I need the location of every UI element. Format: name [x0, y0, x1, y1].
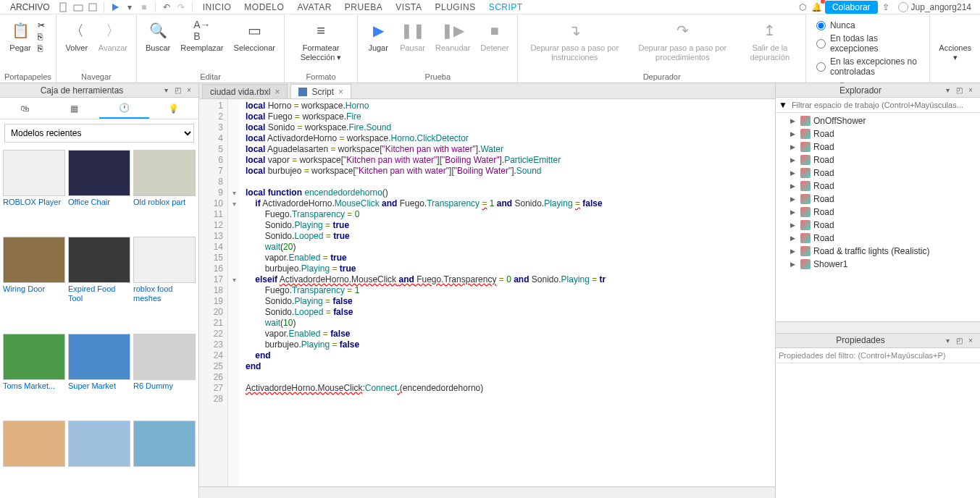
- share-icon[interactable]: ⇪: [879, 1, 892, 14]
- tab-place[interactable]: ciudad vida.rbxl×: [202, 84, 288, 98]
- toolbox-item[interactable]: Super Market: [68, 334, 130, 418]
- notifications-icon[interactable]: 🔔: [811, 1, 824, 14]
- radio-all[interactable]: En todas las excepciones: [816, 33, 919, 54]
- back-button[interactable]: 〈Volver: [61, 17, 93, 54]
- tree-item[interactable]: ▶Road: [776, 127, 980, 140]
- file-menu[interactable]: ARCHIVO: [4, 2, 56, 12]
- play-dropdown-icon[interactable]: ▾: [123, 1, 136, 14]
- menu-avatar[interactable]: AVATAR: [291, 2, 337, 12]
- group-label: Formato: [289, 71, 353, 81]
- tree-item[interactable]: ▶Road: [776, 232, 980, 245]
- save-icon[interactable]: [86, 1, 99, 14]
- find-button[interactable]: 🔍Buscar: [141, 17, 175, 54]
- tab-marketplace[interactable]: 🛍: [0, 98, 50, 119]
- code-area[interactable]: local Horno = workspace.Hornolocal Fuego…: [240, 99, 775, 486]
- undo-icon[interactable]: ↶: [160, 1, 173, 14]
- explorer-tree[interactable]: ▶OnOffShower▶Road▶Road▶Road▶Road▶Road▶Ro…: [776, 113, 980, 321]
- tree-item[interactable]: ▶Road: [776, 193, 980, 206]
- tab-inventory[interactable]: ▦: [50, 98, 100, 119]
- menu-inicio[interactable]: INICIO: [197, 2, 238, 12]
- collaborate-button[interactable]: Colaborar: [825, 1, 878, 14]
- properties-body: [776, 363, 980, 498]
- paste-button[interactable]: 📋 Pegar: [4, 17, 36, 54]
- toolbox-item[interactable]: roblox food meshes: [133, 237, 196, 330]
- close-icon[interactable]: ×: [966, 335, 976, 345]
- horizontal-scrollbar[interactable]: [199, 486, 775, 498]
- cut-icon[interactable]: ✂: [38, 20, 45, 30]
- tree-item[interactable]: ▶Road: [776, 206, 980, 219]
- close-icon[interactable]: ×: [184, 85, 194, 96]
- dropdown-icon[interactable]: ▾: [942, 85, 952, 96]
- radio-never[interactable]: Nunca: [816, 20, 919, 30]
- code-editor[interactable]: 1234567891011121314151617181920212223242…: [199, 99, 775, 486]
- toolbox-item[interactable]: Expired Food Tool: [68, 237, 130, 330]
- resume-button[interactable]: ❚▶Reanudar: [431, 17, 474, 54]
- stepinto-button[interactable]: ↴Depurar paso a paso por instrucciones: [522, 17, 627, 64]
- toolbox-item[interactable]: [133, 421, 196, 495]
- tab-recent[interactable]: 🕐: [99, 98, 149, 119]
- menu-modelo[interactable]: MODELO: [238, 2, 290, 12]
- tree-item[interactable]: ▶Road: [776, 219, 980, 232]
- pause-button[interactable]: ❚❚Pausar: [395, 17, 430, 54]
- tree-item[interactable]: ▶Road: [776, 166, 980, 180]
- filter-icon[interactable]: ▼: [779, 100, 787, 110]
- open-icon[interactable]: [72, 1, 85, 14]
- tree-item[interactable]: ▶Road: [776, 153, 980, 166]
- tab-creations[interactable]: 💡: [149, 98, 199, 119]
- menu-plugins[interactable]: PLUGINS: [429, 2, 481, 12]
- toolbox-item[interactable]: [68, 421, 130, 495]
- ribbon-group-clipboard: 📋 Pegar ✂ ⎘ ⎘ Portapapeles: [0, 14, 56, 83]
- tree-item[interactable]: ▶Road: [776, 140, 980, 153]
- updates-icon[interactable]: ⬡: [796, 1, 809, 14]
- radio-unhandled[interactable]: En las excepciones no controladas: [816, 56, 919, 77]
- stepover-button[interactable]: ↷Depurar paso a paso por procedimientos: [628, 17, 737, 64]
- toolbox-item[interactable]: [3, 421, 65, 495]
- copy-icon[interactable]: ⎘: [38, 32, 45, 42]
- select-button[interactable]: ▭Seleccionar: [230, 17, 280, 54]
- replace-button[interactable]: A→BReemplazar: [176, 17, 227, 54]
- tree-item[interactable]: ▶Road & traffic lights (Realistic): [776, 245, 980, 258]
- menu-vista[interactable]: VISTA: [390, 2, 427, 12]
- stepout-button[interactable]: ↥Salir de la depuración: [739, 17, 801, 64]
- toolbox-item[interactable]: ROBLOX Player: [3, 150, 65, 234]
- play-icon[interactable]: [109, 1, 122, 14]
- group-label: Portapapeles: [4, 71, 51, 81]
- stop-button[interactable]: ■Detener: [476, 17, 513, 54]
- close-icon[interactable]: ×: [966, 85, 976, 96]
- play-button[interactable]: ▶Jugar: [362, 17, 394, 54]
- format-button[interactable]: ≡Formatear Selección ▾: [289, 17, 353, 64]
- redo-icon[interactable]: ↷: [175, 1, 188, 14]
- properties-filter[interactable]: Propiedades del filtro: (Control+Mayúscu…: [776, 348, 980, 363]
- forward-button[interactable]: 〉Avanzar: [94, 17, 132, 54]
- stop-icon[interactable]: ■: [138, 1, 151, 14]
- tree-item[interactable]: ▶Shower1: [776, 258, 980, 271]
- tree-item[interactable]: ▶Road: [776, 180, 980, 193]
- new-icon[interactable]: [57, 1, 70, 14]
- dropdown-icon[interactable]: ▾: [942, 335, 952, 345]
- toolbox-item[interactable]: R6 Dummy: [133, 334, 196, 418]
- explorer-filter-input[interactable]: [790, 99, 977, 111]
- toolbox-item[interactable]: Office Chair: [68, 150, 130, 234]
- close-icon[interactable]: ×: [338, 87, 343, 97]
- dropdown-icon[interactable]: ▾: [161, 85, 171, 96]
- explorer-header: Explorador ▾ ◰ ×: [776, 83, 980, 98]
- tree-item[interactable]: ▶OnOffShower: [776, 114, 980, 127]
- tab-script[interactable]: Script×: [290, 84, 351, 98]
- popout-icon[interactable]: ◰: [954, 85, 964, 96]
- toolbox-item[interactable]: Wiring Door: [3, 237, 65, 330]
- toolbox-item[interactable]: Toms Market...: [3, 334, 65, 418]
- category-select[interactable]: Modelos recientes: [4, 124, 194, 143]
- menu-prueba[interactable]: PRUEBA: [339, 2, 388, 12]
- close-icon[interactable]: ×: [275, 87, 280, 97]
- dup-icon[interactable]: ⎘: [38, 43, 45, 54]
- user-menu[interactable]: Jup_angorg214: [894, 2, 976, 12]
- fold-gutter[interactable]: ▾▾▾: [228, 99, 240, 486]
- popout-icon[interactable]: ◰: [172, 85, 183, 96]
- group-label: Depurador: [522, 71, 800, 81]
- explorer-hscroll[interactable]: [776, 321, 980, 333]
- toolbox-item[interactable]: Old roblox part: [133, 150, 196, 234]
- properties-header: Propiedades ▾ ◰ ×: [776, 334, 980, 348]
- actions-button[interactable]: Acciones ▾: [934, 17, 976, 64]
- menu-script[interactable]: SCRIPT: [483, 2, 529, 12]
- popout-icon[interactable]: ◰: [954, 335, 964, 345]
